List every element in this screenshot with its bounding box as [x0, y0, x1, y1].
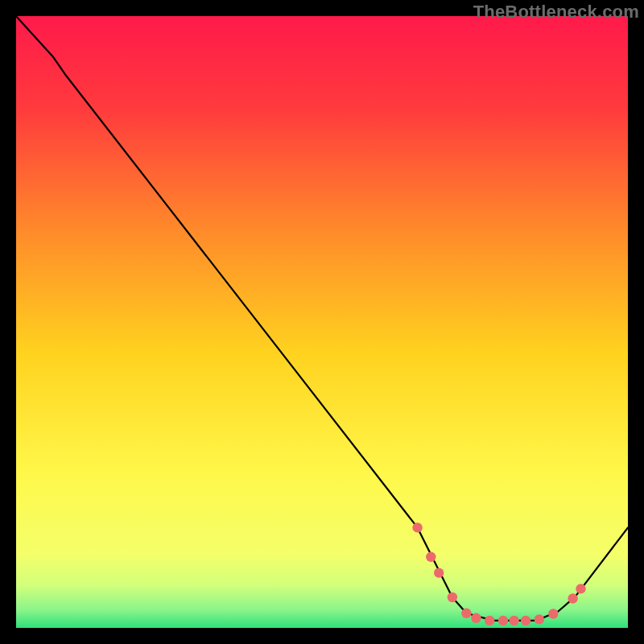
curve-marker: [548, 609, 558, 618]
curve-marker: [509, 616, 518, 625]
bottleneck-curve: [16, 16, 628, 621]
curve-marker: [434, 568, 444, 577]
curve-marker: [485, 616, 494, 625]
curve-marker: [461, 609, 471, 618]
curve-marker: [426, 552, 436, 562]
curve-marker: [535, 614, 544, 624]
curve-marker: [471, 613, 481, 623]
curve-marker: [498, 616, 508, 625]
attribution-watermark: TheBottleneck.com: [473, 2, 639, 23]
curve-marker: [412, 522, 422, 532]
curve-marker: [576, 584, 585, 593]
curve-marker: [568, 593, 577, 603]
chart-svg: [16, 16, 628, 628]
curve-marker: [521, 616, 530, 625]
curve-marker: [448, 592, 457, 602]
